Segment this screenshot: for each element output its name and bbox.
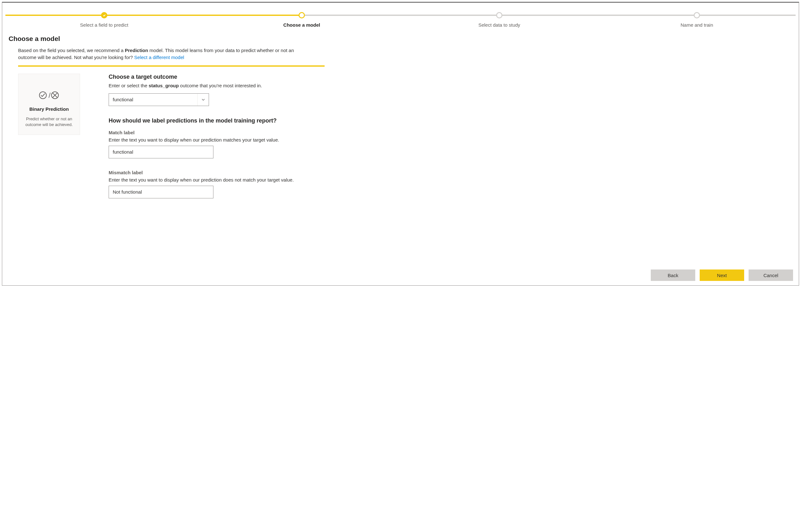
step-future-icon [694, 12, 700, 18]
step-label: Select a field to predict [5, 22, 203, 27]
next-button[interactable]: Next [700, 269, 744, 281]
cancel-button[interactable]: Cancel [749, 269, 793, 281]
page-title: Choose a model [8, 35, 799, 42]
mismatch-label-help: Enter the text you want to display when … [109, 177, 337, 183]
chevron-down-icon[interactable] [197, 94, 209, 106]
model-card-title: Binary Prediction [23, 106, 75, 112]
step-current-icon [299, 12, 305, 18]
wizard-stepper: Select a field to predict Choose a model… [5, 12, 796, 31]
select-different-model-link[interactable]: Select a different model [134, 55, 184, 60]
step-label: Choose a model [203, 22, 400, 27]
accent-divider [18, 65, 324, 66]
target-outcome-sub: Enter or select the status_group outcome… [109, 83, 337, 88]
target-outcome-heading: Choose a target outcome [109, 74, 337, 80]
target-outcome-dropdown[interactable]: functional [109, 93, 209, 106]
mismatch-label-input[interactable] [109, 186, 213, 198]
back-button[interactable]: Back [651, 269, 695, 281]
dropdown-selected-value: functional [109, 97, 197, 102]
model-card-binary-prediction[interactable]: / Binary Prediction Predict whether or n… [18, 74, 80, 135]
match-label-title: Match label [109, 130, 337, 135]
step-label: Select data to study [400, 22, 598, 27]
labels-heading: How should we label predictions in the m… [109, 117, 337, 124]
wizard-footer: Back Next Cancel [651, 269, 793, 281]
intro-text: Based on the field you selected, we reco… [18, 47, 310, 61]
step-future-icon [496, 12, 502, 18]
wizard-frame: Select a field to predict Choose a model… [2, 2, 799, 286]
step-select-field[interactable]: Select a field to predict [5, 12, 203, 27]
step-choose-model[interactable]: Choose a model [203, 12, 400, 27]
binary-prediction-icon: / [23, 91, 75, 100]
svg-text:/: / [49, 91, 51, 99]
step-label: Name and train [598, 22, 796, 27]
step-done-icon [101, 12, 107, 18]
match-label-input[interactable] [109, 146, 213, 158]
step-name-train[interactable]: Name and train [598, 12, 796, 27]
step-select-data[interactable]: Select data to study [400, 12, 598, 27]
mismatch-label-title: Mismatch label [109, 170, 337, 175]
match-label-help: Enter the text you want to display when … [109, 137, 337, 142]
model-card-desc: Predict whether or not an outcome will b… [23, 116, 75, 128]
svg-point-0 [39, 92, 46, 99]
